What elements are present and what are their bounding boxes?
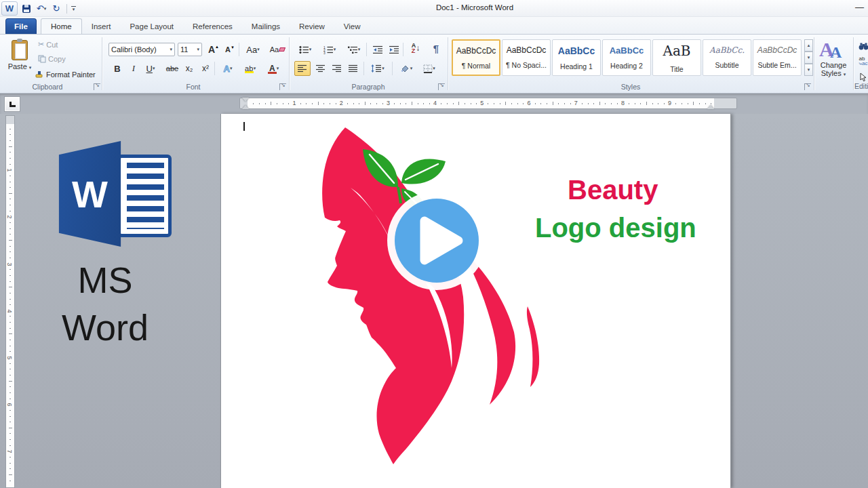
ruler-tick	[9, 240, 12, 241]
bold-button[interactable]: B	[110, 62, 125, 75]
tab-file[interactable]: File	[5, 18, 37, 34]
decrease-indent-button[interactable]	[370, 43, 385, 56]
align-center-button[interactable]	[313, 62, 328, 75]
vertical-ruler[interactable]: 1234567	[5, 115, 15, 488]
ruler-tick	[494, 103, 494, 104]
gallery-more-icon[interactable]: ▼	[804, 64, 813, 76]
style-tile-title[interactable]: AaB Title	[652, 39, 701, 76]
shrink-font-button[interactable]: A▼	[222, 43, 237, 56]
ruler-tick	[412, 102, 412, 105]
beauty-logo-graphic	[224, 122, 550, 488]
underline-button[interactable]: U▾	[141, 62, 160, 75]
tab-review[interactable]: Review	[290, 18, 334, 34]
grow-font-button[interactable]: A▲	[206, 43, 221, 56]
tab-home[interactable]: Home	[41, 18, 82, 34]
sort-button[interactable]: AZ ↓	[407, 41, 425, 55]
undo-icon[interactable]: ↶▾	[35, 3, 47, 15]
subscript-button[interactable]: x₂	[182, 62, 197, 75]
strikethrough-button[interactable]: abe	[163, 62, 182, 75]
change-styles-button[interactable]: AA Change Styles ▾	[815, 38, 852, 89]
replace-button[interactable]: ab⤷ac	[856, 54, 868, 68]
style-tile-heading-1[interactable]: AaBbCc Heading 1	[552, 39, 601, 76]
paste-dropdown-icon[interactable]: ▾	[29, 65, 32, 70]
first-line-indent-marker[interactable]	[242, 98, 249, 102]
tab-references[interactable]: References	[183, 18, 242, 34]
ruler-tick	[9, 304, 11, 305]
hair-strand-large	[465, 253, 515, 405]
justify-button[interactable]	[346, 62, 361, 75]
styles-dialog-launcher[interactable]	[804, 83, 811, 90]
hanging-indent-marker[interactable]	[242, 105, 249, 109]
ruler-number: 4	[6, 309, 13, 312]
customize-qat-icon[interactable]: ▾	[71, 6, 76, 12]
gallery-scroll-down-icon[interactable]: ▼	[804, 52, 813, 64]
ruler-tick	[582, 103, 583, 104]
ruler-number: 8	[621, 100, 625, 106]
font-family-select[interactable]: Calibri (Body)▾	[108, 43, 175, 56]
font-color-button[interactable]: A▾	[263, 62, 283, 75]
ruler-tick	[458, 102, 459, 105]
ruler-tick	[336, 103, 336, 104]
style-tile-no-spaci[interactable]: AaBbCcDc ¶ No Spaci...	[502, 39, 551, 76]
clipboard-dialog-launcher[interactable]	[94, 83, 100, 90]
ruler-tick	[9, 399, 11, 399]
copy-button[interactable]: Copy	[38, 55, 66, 63]
text-effects-button[interactable]: A▾	[218, 62, 237, 75]
format-painter-button[interactable]: Format Painter	[35, 70, 96, 79]
show-hide-pilcrow-button[interactable]: ¶	[429, 41, 443, 55]
style-tile-subtitle[interactable]: AaBbCc. Subtitle	[703, 39, 751, 76]
increase-indent-button[interactable]	[387, 43, 401, 56]
multilevel-list-button[interactable]: ▾	[344, 43, 363, 56]
cut-button[interactable]: ✂ Cut	[38, 40, 58, 49]
ruler-tick	[675, 103, 676, 104]
tab-view[interactable]: View	[334, 18, 370, 34]
word-application-window: W ↶▾ ↻ ▾ Doc1 - Microsoft Word — File Ho…	[0, 0, 868, 488]
change-case-button[interactable]: Aa▾	[243, 43, 263, 56]
ruler-tick	[9, 228, 11, 229]
style-tile-normal[interactable]: AaBbCcDc ¶ Normal	[452, 39, 500, 76]
gallery-scroll-up-icon[interactable]: ▲	[804, 39, 813, 52]
play-button[interactable]	[387, 191, 486, 290]
font-size-select[interactable]: 11▾	[178, 43, 202, 56]
ruler-tick	[9, 392, 11, 393]
text-highlight-button[interactable]: ab▾	[240, 62, 260, 75]
minimize-icon[interactable]: —	[855, 2, 864, 12]
tab-page-layout[interactable]: Page Layout	[120, 18, 183, 34]
document-page[interactable]: Beauty Logo design	[220, 114, 731, 488]
superscript-button[interactable]: x²	[198, 62, 213, 75]
paragraph-dialog-launcher[interactable]	[438, 83, 445, 90]
group-separator	[853, 37, 854, 90]
style-sample: AaBbCc	[553, 45, 600, 56]
clear-formatting-button[interactable]: Aa	[269, 43, 286, 56]
borders-button[interactable]: ▾	[419, 62, 439, 75]
bullets-button[interactable]: ▾	[296, 43, 315, 56]
numbering-button[interactable]: 123 ▾	[320, 43, 339, 56]
styles-gallery-scrollbar: ▲ ▼ ▼	[804, 39, 813, 76]
font-dialog-launcher[interactable]	[279, 83, 286, 90]
italic-button[interactable]: I	[126, 62, 141, 75]
borders-icon	[423, 64, 433, 73]
align-left-button[interactable]	[294, 61, 311, 76]
style-tile-heading-2[interactable]: AaBbCc Heading 2	[602, 39, 651, 76]
save-icon[interactable]	[20, 3, 33, 15]
right-indent-marker[interactable]	[707, 105, 714, 109]
ruler-tick	[605, 103, 606, 104]
shading-button[interactable]: ▾	[396, 62, 416, 75]
tab-stop-selector[interactable]	[4, 96, 20, 112]
paste-button[interactable]: Paste ▾	[5, 38, 34, 84]
style-tile-subtle-em[interactable]: AaBbCcDc Subtle Em...	[753, 39, 802, 76]
align-right-button[interactable]	[330, 62, 344, 75]
redo-icon[interactable]: ↻	[50, 3, 62, 15]
ruler-number: 9	[668, 100, 671, 106]
tab-mailings[interactable]: Mailings	[242, 18, 290, 34]
ruler-tick	[423, 103, 424, 104]
tab-insert[interactable]: Insert	[82, 18, 121, 34]
line-spacing-button[interactable]: ▾	[368, 62, 388, 75]
group-separator	[448, 37, 448, 90]
ruler-tick	[323, 103, 324, 104]
word-app-icon[interactable]: W	[1, 1, 18, 16]
find-button[interactable]	[856, 39, 868, 53]
horizontal-ruler[interactable]: 123456789	[239, 98, 737, 109]
ruler-tick	[9, 316, 11, 317]
ruler-tick	[9, 287, 12, 287]
